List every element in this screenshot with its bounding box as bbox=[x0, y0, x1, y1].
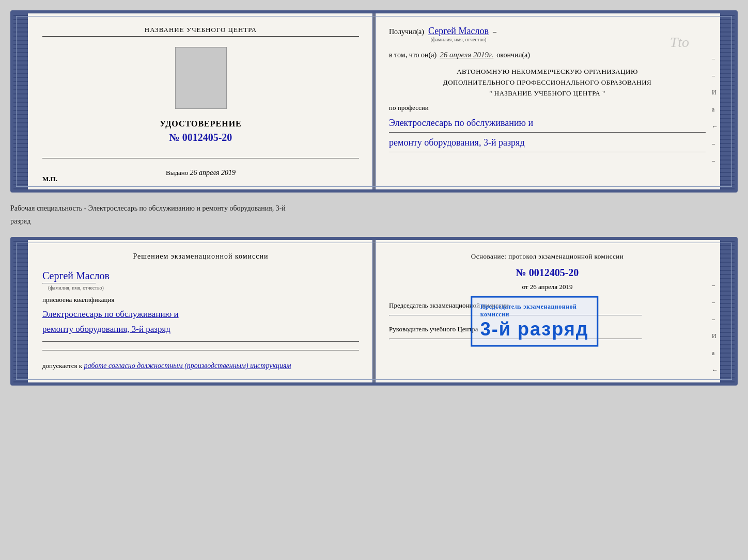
between-label-line2: разряд bbox=[10, 215, 738, 228]
ot-line: от 26 апреля 2019 bbox=[389, 283, 706, 291]
top-cert-left-page: НАЗВАНИЕ УЧЕБНОГО ЦЕНТРА УДОСТОВЕРЕНИЕ №… bbox=[28, 13, 375, 189]
udostoverenie-label: УДОСТОВЕРЕНИЕ bbox=[160, 119, 242, 129]
stamp-text-big: 3-й разряд bbox=[480, 318, 589, 340]
prisvoena-label: присвоена квалификация bbox=[42, 296, 114, 304]
dopuskaetsya-line: допускается к работе согласно должностны… bbox=[42, 362, 291, 370]
profession-line1-top: Электрослесарь по обслуживанию и bbox=[389, 115, 706, 133]
ot-date: 26 апреля 2019 bbox=[530, 283, 573, 291]
between-label-block: Рабочая специальность - Электрослесарь п… bbox=[10, 202, 738, 228]
vtom-label: в том, что он(а) bbox=[389, 51, 437, 59]
person-name-bottom: Сергей Маслов (фамилия, имя, отчество) bbox=[42, 270, 110, 291]
org-line3: " НАЗВАНИЕ УЧЕБНОГО ЦЕНТРА " bbox=[389, 88, 706, 99]
completion-date-top: 26 апреля 2019г. bbox=[440, 51, 493, 59]
dopuskaetsya-value: работе согласно должностным (производств… bbox=[84, 362, 291, 370]
profession-line2-top: ремонту оборудования, 3-й разряд bbox=[389, 135, 706, 152]
org-line1: АВТОНОМНУЮ НЕКОММЕРЧЕСКУЮ ОРГАНИЗАЦИЮ bbox=[389, 67, 706, 77]
protocol-number-bottom: № 0012405-20 bbox=[389, 267, 706, 279]
cert-content-top: НАЗВАНИЕ УЧЕБНОГО ЦЕНТРА УДОСТОВЕРЕНИЕ №… bbox=[28, 13, 720, 189]
spine-right-top bbox=[720, 13, 735, 189]
right-margin-notes-top: – – И а ← – – bbox=[712, 55, 718, 165]
vydano-date: 26 апреля 2019 bbox=[190, 169, 236, 177]
resheniem-title: Решением экзаменационной комиссии bbox=[42, 252, 359, 261]
bottom-cert-left-page: Решением экзаменационной комиссии Сергей… bbox=[28, 240, 375, 382]
spine-left bbox=[13, 13, 28, 189]
bottom-certificate: Решением экзаменационной комиссии Сергей… bbox=[10, 237, 738, 386]
divider-top bbox=[42, 158, 359, 158]
qual-line2-bottom: ремонту оборудования, 3-й разряд bbox=[42, 322, 170, 337]
page-wrapper: НАЗВАНИЕ УЧЕБНОГО ЦЕНТРА УДОСТОВЕРЕНИЕ №… bbox=[10, 10, 738, 386]
vtom-line: в том, что он(а) 26 апреля 2019г. окончи… bbox=[389, 51, 706, 59]
stamp-block: Председатель экзаменационной комиссии 3-… bbox=[471, 296, 599, 346]
photo-placeholder bbox=[175, 47, 227, 109]
top-certificate: НАЗВАНИЕ УЧЕБНОГО ЦЕНТРА УДОСТОВЕРЕНИЕ №… bbox=[10, 10, 738, 193]
cert-number-top: № 0012405-20 bbox=[169, 132, 232, 143]
okonchil-label: окончил(а) bbox=[496, 51, 530, 59]
dopuskaetsya-label: допускается к bbox=[42, 362, 82, 370]
osnovanie-title: Основание: протокол экзаменационной коми… bbox=[389, 252, 706, 261]
divider-bottom1 bbox=[42, 341, 359, 342]
name-underline-bottom bbox=[42, 283, 96, 284]
stamp-text-small-2: комиссии bbox=[480, 310, 589, 318]
recipient-name-top: Сергей Маслов bbox=[428, 26, 489, 37]
poluchil-label: Получил(а) bbox=[389, 28, 424, 36]
mp-label: М.П. bbox=[42, 175, 57, 183]
spine-left-bottom bbox=[13, 240, 28, 382]
school-name-top: НАЗВАНИЕ УЧЕБНОГО ЦЕНТРА bbox=[42, 26, 359, 37]
vydano-label: Выдано bbox=[166, 169, 188, 177]
ot-label: от bbox=[522, 283, 528, 291]
fio-label-top: (фамилия, имя, отчество) bbox=[431, 37, 487, 42]
divider-bottom2 bbox=[42, 350, 359, 350]
fio-label-bottom: (фамилия, имя, отчество) bbox=[42, 285, 110, 291]
bottom-cert-right-page: Основание: протокол экзаменационной коми… bbox=[375, 240, 720, 382]
stamp-text-small-1: Председатель экзаменационной bbox=[480, 302, 589, 310]
cert-content-bottom: Решением экзаменационной комиссии Сергей… bbox=[28, 240, 720, 382]
tto-watermark: Tto bbox=[670, 34, 689, 51]
org-line2: ДОПОЛНИТЕЛЬНОГО ПРОФЕССИОНАЛЬНОГО ОБРАЗО… bbox=[389, 77, 706, 88]
spine-right-bottom bbox=[720, 240, 735, 382]
po-professii-label: по профессии bbox=[389, 104, 706, 112]
vydano-line: Выдано 26 апреля 2019 bbox=[166, 169, 236, 177]
right-margin-notes-bottom: – – – И а ← – – – bbox=[712, 281, 718, 386]
qual-line1-bottom: Электрослесарь по обслуживанию и bbox=[42, 307, 179, 322]
poluchil-line: Получил(а) Сергей Маслов (фамилия, имя, … bbox=[389, 26, 706, 42]
top-cert-right-page: Получил(а) Сергей Маслов (фамилия, имя, … bbox=[375, 13, 720, 189]
org-block: АВТОНОМНУЮ НЕКОММЕРЧЕСКУЮ ОРГАНИЗАЦИЮ ДО… bbox=[389, 67, 706, 99]
dash-top: – bbox=[493, 28, 496, 36]
between-label-line1: Рабочая специальность - Электрослесарь п… bbox=[10, 202, 738, 215]
